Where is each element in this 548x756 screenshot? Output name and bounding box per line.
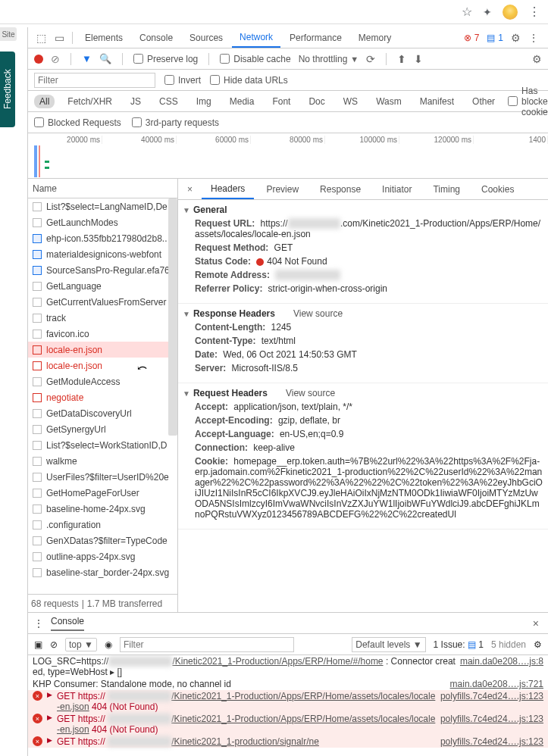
live-expression-icon[interactable]: ◉ <box>105 639 112 650</box>
filter-doc[interactable]: Doc <box>303 95 330 108</box>
device-icon[interactable]: ▭ <box>51 32 67 44</box>
console-tab[interactable]: Console <box>51 616 84 631</box>
tab-response[interactable]: Response <box>311 179 370 199</box>
browser-chrome: ☆ ✦ ⋮ <box>0 0 548 24</box>
extensions-icon[interactable]: ✦ <box>483 6 492 18</box>
filter-font[interactable]: Font <box>267 95 296 108</box>
avatar[interactable] <box>503 5 518 20</box>
feedback-tab[interactable]: Feedback <box>0 52 15 127</box>
filter-other[interactable]: Other <box>467 95 500 108</box>
settings-icon[interactable]: ⚙ <box>511 32 521 44</box>
request-row[interactable]: favicon.ico <box>28 326 177 342</box>
console-filter-input[interactable] <box>120 637 294 652</box>
scrollbar[interactable] <box>168 198 177 436</box>
filter-js[interactable]: JS <box>125 95 146 108</box>
drawer-close-icon[interactable]: × <box>533 617 542 629</box>
request-row[interactable]: GetHomePageForUser <box>28 485 177 501</box>
log-level-select[interactable]: Default levels ▼ <box>352 637 425 652</box>
request-row[interactable]: .configuration <box>28 517 177 533</box>
disable-cache-checkbox[interactable]: Disable cache <box>220 54 290 64</box>
clear-console-icon[interactable]: ⊘ <box>50 639 58 650</box>
tab-elements[interactable]: Elements <box>77 27 130 48</box>
search-icon[interactable]: 🔍 <box>99 53 111 64</box>
view-source-link[interactable]: View source <box>286 388 335 398</box>
errors-badge[interactable]: ⊗ 7 <box>464 33 480 43</box>
export-icon[interactable]: ⬇ <box>414 53 423 65</box>
sidebar-toggle-icon[interactable]: ▣ <box>34 639 42 650</box>
request-row[interactable]: GetLaunchModes <box>28 214 177 230</box>
issues-badge[interactable]: 1 Issue: ▤ 1 <box>434 639 484 650</box>
request-row[interactable]: GetModuleAccess <box>28 373 177 389</box>
filter-wasm[interactable]: Wasm <box>371 95 407 108</box>
close-icon[interactable]: × <box>181 184 199 195</box>
throttling-select[interactable]: No throttling▼ <box>299 54 359 64</box>
tab-initiator[interactable]: Initiator <box>373 179 421 199</box>
filter-ws[interactable]: WS <box>338 95 363 108</box>
file-icon <box>33 282 42 291</box>
filter-media[interactable]: Media <box>224 95 260 108</box>
source-link[interactable]: polyfills.7c4ed24….js:123 <box>440 736 543 747</box>
tab-cookies[interactable]: Cookies <box>472 179 523 199</box>
tab-headers[interactable]: Headers <box>202 179 254 199</box>
request-row[interactable]: locale-en.json <box>28 358 177 373</box>
request-row[interactable]: GetDataDiscoveryUrl <box>28 405 177 421</box>
record-button[interactable] <box>34 55 43 64</box>
menu-icon[interactable]: ⋮ <box>528 5 540 19</box>
console-settings-icon[interactable]: ⚙ <box>534 639 542 650</box>
tab-performance[interactable]: Performance <box>282 27 349 48</box>
network-conditions-icon[interactable]: ⟳ <box>366 53 375 65</box>
request-row[interactable]: List?$select=LangNameID,De <box>28 198 177 214</box>
inspect-icon[interactable]: ⬚ <box>33 32 49 44</box>
import-icon[interactable]: ⬆ <box>397 53 406 65</box>
blocked-requests-checkbox[interactable]: Blocked Requests <box>34 117 121 128</box>
request-row[interactable]: GetSynergyUrl <box>28 421 177 437</box>
more-icon[interactable]: ⋮ <box>528 32 539 44</box>
request-row[interactable]: materialdesignicons-webfont <box>28 246 177 262</box>
request-row[interactable]: GetCurrentValuesFromServer <box>28 294 177 310</box>
request-row[interactable]: GetLanguage <box>28 278 177 294</box>
tab-network[interactable]: Network <box>232 27 280 48</box>
request-row[interactable]: List?$select=WorkStationID,D <box>28 437 177 453</box>
site-tab[interactable]: Site <box>0 27 17 41</box>
context-select[interactable]: top ▼ <box>65 638 97 651</box>
source-link[interactable]: main.da0e208….js:8 <box>460 656 543 677</box>
filter-css[interactable]: CSS <box>154 95 183 108</box>
name-column-header[interactable]: Name <box>28 179 177 198</box>
request-row[interactable]: baseline-star_border-24px.svg <box>28 564 177 580</box>
filter-img[interactable]: Img <box>191 95 217 108</box>
tab-console[interactable]: Console <box>132 27 180 48</box>
source-link[interactable]: main.da0e208….js:721 <box>450 679 543 689</box>
request-row[interactable]: track <box>28 310 177 326</box>
tab-timing[interactable]: Timing <box>424 179 469 199</box>
view-source-link[interactable]: View source <box>293 308 343 319</box>
clear-icon[interactable]: ⊘ <box>51 53 60 65</box>
network-settings-icon[interactable]: ⚙ <box>532 53 542 65</box>
request-row[interactable]: outline-apps-24px.svg <box>28 548 177 564</box>
filter-all[interactable]: All <box>34 95 55 108</box>
invert-checkbox[interactable]: Invert <box>164 75 201 86</box>
preserve-log-checkbox[interactable]: Preserve log <box>133 54 198 64</box>
source-link[interactable]: polyfills.7c4ed24….js:123 <box>440 714 543 735</box>
hide-data-urls-checkbox[interactable]: Hide data URLs <box>210 75 288 86</box>
tab-preview[interactable]: Preview <box>257 179 308 199</box>
request-row[interactable]: UserFiles?$filter=UserID%20e <box>28 469 177 485</box>
request-row[interactable]: SourceSansPro-Regular.efa76 <box>28 262 177 278</box>
request-row[interactable]: walkme <box>28 453 177 469</box>
request-row[interactable]: GenXDatas?$filter=TypeCode <box>28 533 177 548</box>
tab-memory[interactable]: Memory <box>351 27 399 48</box>
filter-manifest[interactable]: Manifest <box>415 95 459 108</box>
bookmark-icon[interactable]: ☆ <box>462 5 472 19</box>
request-row[interactable]: baseline-home-24px.svg <box>28 501 177 517</box>
timeline[interactable]: 20000 ms 40000 ms 60000 ms 80000 ms 1000… <box>28 133 548 179</box>
messages-badge[interactable]: ▤ 1 <box>487 33 503 43</box>
filter-input[interactable] <box>34 73 155 88</box>
request-row[interactable]: negotiate <box>28 389 177 405</box>
drawer-menu-icon[interactable]: ⋮ <box>34 618 43 629</box>
request-row[interactable]: ehp-icon.535fbb217980d2b8.. <box>28 230 177 246</box>
filter-icon[interactable]: ▼ <box>82 53 92 64</box>
filter-xhr[interactable]: Fetch/XHR <box>62 95 117 108</box>
third-party-checkbox[interactable]: 3rd-party requests <box>132 117 219 128</box>
request-row[interactable]: locale-en.json <box>28 342 177 358</box>
source-link[interactable]: polyfills.7c4ed24….js:123 <box>440 691 543 712</box>
tab-sources[interactable]: Sources <box>182 27 230 48</box>
